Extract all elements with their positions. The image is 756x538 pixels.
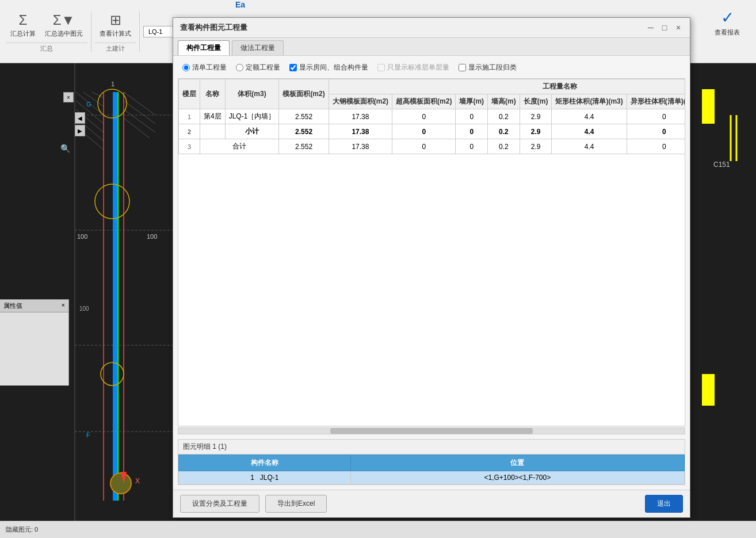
scrollbar-thumb[interactable] xyxy=(330,428,533,434)
props-panel: 属性值 × xyxy=(0,299,69,386)
filter-bar: 清单工程量 定额工程量 显示房间、组合构件量 只显示标准层单层量 显示施工段归类 xyxy=(178,60,685,75)
dialog-minimize-btn[interactable]: ─ xyxy=(646,23,655,32)
close-dialog-btn[interactable]: 退出 xyxy=(645,495,683,513)
col-header-volume: 体积(m3) xyxy=(225,79,279,109)
dialog-tabs: 构件工程量 做法工程量 xyxy=(173,38,690,56)
check-show-room-label: 显示房间、组合构件量 xyxy=(299,63,368,73)
view-report-button[interactable]: ✓ 查看报表 xyxy=(710,6,744,39)
cell-wall-height-subtotal: 2.9 xyxy=(520,124,552,139)
svg-text:100: 100 xyxy=(77,233,87,240)
cell-row-num: 1 xyxy=(179,109,200,124)
radio-dinge-label: 定额工程量 xyxy=(246,63,280,73)
props-panel-title: 属性值 xyxy=(3,302,22,310)
cell-super-high-total: 0 xyxy=(456,139,488,154)
col-header-big-steel: 大钢模板面积(m2) xyxy=(329,94,392,109)
dialog-close-btn[interactable]: × xyxy=(674,23,683,32)
detail-col-position: 位置 xyxy=(350,455,684,471)
toolbar-divider-1 xyxy=(91,12,91,52)
sum-selected-label: 汇总选中图元 xyxy=(45,29,83,38)
detail-section: 图元明细 1 (1) 构件名称 位置 1 xyxy=(178,439,685,485)
scroll-back-btn[interactable]: ◀ xyxy=(75,112,85,124)
cell-big-steel-total: 0 xyxy=(392,139,456,154)
radio-qingdan-group: 清单工程量 xyxy=(182,63,227,73)
cell-floor: 第4层 xyxy=(200,109,226,124)
col-header-length: 长度(m) xyxy=(520,94,552,109)
cell-wall-height: 2.9 xyxy=(520,109,552,124)
svg-text:F: F xyxy=(86,432,90,438)
view-formula-label: 查看计算式 xyxy=(100,29,131,38)
tab-method[interactable]: 做法工程量 xyxy=(232,40,284,55)
check-standard-label: 只显示标准层单层量 xyxy=(387,63,449,73)
dialog-footer: 设置分类及工程量 导出到Excel 退出 xyxy=(173,490,690,517)
cell-rect-col-total: 0 xyxy=(627,139,685,154)
toolbar-group-sum: Σ 汇总计算 Σ▼ 汇总选中图元 汇总 xyxy=(6,10,87,53)
svg-text:C151: C151 xyxy=(713,161,730,169)
detail-cell-position: <1,G+100><1,F-700> xyxy=(350,471,684,484)
cell-formwork: 17.38 xyxy=(329,109,392,124)
check-show-room-group: 显示房间、组合构件量 xyxy=(289,63,368,73)
export-excel-btn[interactable]: 导出到Excel xyxy=(265,495,327,513)
scroll-forward-btn[interactable]: ▶ xyxy=(75,125,85,136)
tab-component[interactable]: 构件工程量 xyxy=(178,40,230,55)
cell-wall-thick-subtotal: 0.2 xyxy=(488,124,520,139)
cell-big-steel-subtotal: 0 xyxy=(392,124,456,139)
cell-rect-col: 0 xyxy=(627,109,685,124)
detail-cell-row-num: 1 JLQ-1 xyxy=(179,471,351,484)
search-icon[interactable]: 🔍 xyxy=(60,144,72,155)
sum-selected-icon: Σ▼ xyxy=(53,12,75,28)
cell-formwork-subtotal: 17.38 xyxy=(329,124,392,139)
radio-dinge-group: 定额工程量 xyxy=(236,63,280,73)
radio-qingdan[interactable] xyxy=(182,64,190,71)
col-header-diff-col: 异形柱体积(清单)(m3) xyxy=(627,94,685,109)
cell-rect-col-subtotal: 0 xyxy=(627,124,685,139)
cell-row-num-2: 2 xyxy=(179,124,200,139)
detail-table: 构件名称 位置 1 JLQ-1 <1,G+100 xyxy=(178,455,685,484)
col-header-wall-height: 墙高(m) xyxy=(488,94,520,109)
svg-text:100: 100 xyxy=(147,233,157,240)
cell-super-high: 0 xyxy=(456,109,488,124)
search-area: 🔍 xyxy=(60,144,72,155)
svg-point-24 xyxy=(110,473,131,494)
col-header-super-high: 超高模板面积(m2) xyxy=(392,94,456,109)
check-standard-layer[interactable] xyxy=(377,64,385,71)
check-show-stage[interactable] xyxy=(459,64,466,71)
sum-selected-button[interactable]: Σ▼ 汇总选中图元 xyxy=(40,10,87,40)
status-bar: 隐藏图元: 0 xyxy=(0,521,756,538)
table-header-group: 楼层 名称 体积(m3) 模板面积(m2) 工程量名称 xyxy=(179,79,686,94)
view-formula-icon: ⊞ xyxy=(110,12,121,28)
svg-text:1: 1 xyxy=(111,81,114,87)
col-header-name: 名称 xyxy=(200,79,226,109)
cell-name: JLQ-1［内墙］ xyxy=(225,109,279,124)
table-row[interactable]: 1 第4层 JLQ-1［内墙］ 2.552 17.38 xyxy=(179,109,686,124)
sum-all-icon: Σ xyxy=(19,12,28,28)
toolbar-group-view: ⊞ 查看计算式 土建计 xyxy=(95,10,136,53)
check-show-room[interactable] xyxy=(289,64,297,71)
dialog-body: 清单工程量 定额工程量 显示房间、组合构件量 只显示标准层单层量 显示施工段归类 xyxy=(173,56,690,490)
cell-length-total: 4.4 xyxy=(552,139,627,154)
dialog-window: 查看构件图元工程量 ─ □ × 构件工程量 做法工程量 清单工程量 定额工程量 xyxy=(173,17,690,518)
check-standard-group: 只显示标准层单层量 xyxy=(377,63,449,73)
table-row-subtotal: 2 小计 2.552 17.38 0 xyxy=(179,124,686,139)
hidden-elements-label: 隐藏图元: 0 xyxy=(6,525,38,534)
view-report-icon: ✓ xyxy=(721,8,734,27)
radio-dinge[interactable] xyxy=(236,64,243,71)
svg-rect-33 xyxy=(702,89,715,124)
cell-row-num-3: 3 xyxy=(179,139,200,154)
cell-volume-total: 2.552 xyxy=(279,139,329,154)
set-category-btn[interactable]: 设置分类及工程量 xyxy=(180,495,259,513)
group-label-view: 土建计 xyxy=(95,43,136,53)
svg-text:100: 100 xyxy=(79,306,89,312)
cell-wall-height-total: 2.9 xyxy=(520,139,552,154)
cell-length-subtotal: 4.4 xyxy=(552,124,627,139)
view-formula-button[interactable]: ⊞ 查看计算式 xyxy=(95,10,136,40)
left-panel-close[interactable]: × xyxy=(63,92,74,102)
horizontal-scrollbar[interactable] xyxy=(178,428,685,434)
props-panel-close[interactable]: × xyxy=(62,302,65,310)
cell-wall-thick: 0.2 xyxy=(488,109,520,124)
svg-text:X: X xyxy=(135,477,140,485)
detail-body: 1 JLQ-1 <1,G+100><1,F-700> xyxy=(179,471,685,484)
sum-all-button[interactable]: Σ 汇总计算 xyxy=(6,10,40,40)
detail-row[interactable]: 1 JLQ-1 <1,G+100><1,F-700> xyxy=(179,471,685,484)
dialog-maximize-btn[interactable]: □ xyxy=(660,23,669,32)
cell-volume: 2.552 xyxy=(279,109,329,124)
